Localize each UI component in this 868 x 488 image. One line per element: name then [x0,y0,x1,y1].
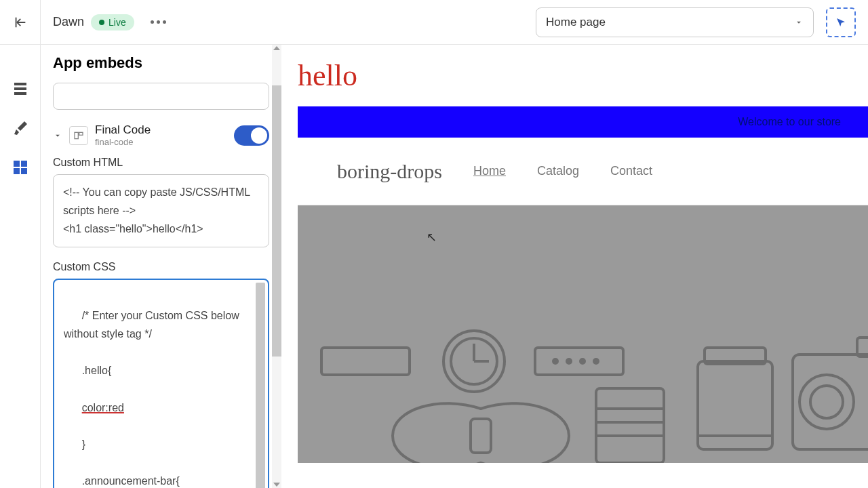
custom-html-textarea[interactable]: <!-- You can copy paste JS/CSS/HTML scri… [53,174,269,247]
icon-rail [0,45,41,488]
top-bar: Dawn Live Home page [0,0,868,45]
svg-point-15 [553,359,557,363]
jar-illustration-icon [688,341,783,456]
svg-point-29 [810,386,843,418]
embed-toggle[interactable] [234,125,269,146]
svg-rect-8 [79,132,83,135]
app-icon [69,126,88,145]
css-line: .hello{ [82,365,112,376]
svg-rect-4 [21,161,27,167]
page-selector-dropdown[interactable]: Home page [536,7,814,37]
camera-illustration-icon [789,334,868,456]
toggle-knob [251,127,267,144]
sidebar-title: App embeds [53,54,269,72]
watch-illustration-icon [318,327,630,395]
page-selector-label: Home page [546,16,606,29]
hero-image: ↖ [298,205,868,463]
announcement-bar: Welcome to our store [298,106,868,138]
svg-point-28 [800,375,854,429]
custom-css-label: Custom CSS [53,261,269,273]
paintbrush-icon [12,120,28,136]
rail-app-embeds-button[interactable] [10,157,31,178]
svg-rect-19 [471,419,491,453]
sidebar-panel: App embeds Final Code final-code Custom … [41,45,281,488]
embed-subtitle: final-code [95,137,227,147]
mouse-cursor-icon: ↖ [427,230,437,245]
back-button[interactable] [0,0,41,45]
css-line: } [82,439,85,450]
css-line: .announcement-bar{ [82,475,180,487]
svg-rect-1 [14,87,26,90]
preview-hello-heading: hello [298,58,868,93]
lens-illustration-icon [589,382,671,463]
rail-theme-settings-button[interactable] [10,118,31,138]
nav-contact-link[interactable]: Contact [610,164,652,178]
code-block-icon [73,130,84,141]
app-embeds-icon [12,159,28,176]
more-menu-button[interactable] [151,20,166,24]
nav-home-link[interactable]: Home [473,164,506,178]
sidebar-scrollbar[interactable] [272,45,281,488]
inspector-button[interactable] [826,7,856,37]
embed-header-row: Final Code final-code [53,123,269,147]
chevron-down-icon[interactable] [53,131,62,140]
embed-title: Final Code [95,123,227,137]
svg-point-18 [594,359,598,363]
live-dot-icon [99,20,104,25]
custom-css-textarea[interactable]: /* Enter your Custom CSS below without s… [53,279,269,488]
theme-name: Dawn [53,15,84,29]
svg-rect-6 [21,168,27,174]
css-line: color:red [82,402,124,413]
svg-rect-20 [596,388,664,463]
svg-rect-27 [793,354,868,449]
search-app-embeds-field[interactable] [53,83,269,110]
svg-rect-7 [75,132,78,138]
cursor-select-icon [835,16,847,28]
custom-html-label: Custom HTML [53,157,269,169]
sections-icon [12,81,28,97]
textarea-scrollbar[interactable] [256,283,265,488]
back-arrow-icon [13,15,28,30]
svg-rect-9 [321,348,410,375]
main-area: App embeds Final Code final-code Custom … [0,45,868,488]
live-status-label: Live [108,17,126,28]
bowtie-illustration-icon [379,395,583,463]
svg-rect-0 [14,83,26,85]
svg-rect-5 [14,168,20,174]
svg-point-17 [580,359,585,363]
live-status-badge: Live [91,14,134,30]
preview-pane: hello Welcome to our store boring-drops … [281,45,868,488]
nav-catalog-link[interactable]: Catalog [537,164,579,178]
rail-sections-button[interactable] [10,79,31,99]
svg-rect-3 [14,161,20,167]
store-header-nav: boring-drops Home Catalog Contact [298,138,868,205]
announcement-bar-text: Welcome to our store [738,116,841,128]
store-name[interactable]: boring-drops [337,160,442,183]
svg-point-16 [567,359,571,363]
chevron-down-icon [794,18,804,27]
svg-rect-2 [14,92,26,95]
css-line: /* Enter your Custom CSS below without s… [64,310,242,340]
